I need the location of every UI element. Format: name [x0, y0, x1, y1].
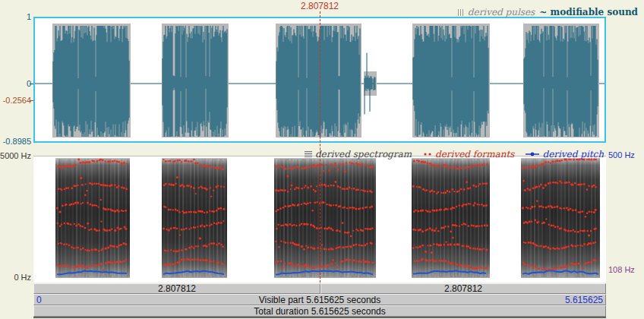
visible-end-time: 5.615625 [565, 295, 603, 305]
pitch-top-label: 500 Hz [608, 150, 635, 160]
amplitude-min-label: -0.8985 [0, 137, 31, 146]
total-duration-label: Total duration 5.615625 seconds [254, 306, 385, 317]
amplitude-cursor-label: -0.2564 [0, 96, 31, 105]
pulses-icon [458, 9, 463, 16]
modifiable-sound-label: ~ modifiable sound [539, 7, 638, 17]
pitch-value-label: 108 Hz [608, 265, 635, 274]
visible-start-time: 0 [36, 295, 42, 305]
spectrogram-icon [305, 151, 312, 158]
derived-pitch-label: derived pitch [542, 149, 604, 160]
derived-formants-label: derived formants [435, 149, 514, 160]
spectrogram-top-freq-label: 5000 Hz [0, 151, 31, 160]
visible-part-label: Visible part 5.615625 seconds [259, 295, 381, 305]
waveform-legend: derived pulses ~ modifiable sound [458, 7, 638, 17]
play-right-time: 2.807812 [444, 283, 482, 294]
derived-pulses-label: derived pulses [468, 7, 535, 17]
total-duration-bar[interactable]: Total duration 5.615625 seconds [33, 305, 606, 317]
amplitude-zero-label: 0 [0, 79, 31, 88]
spectrogram-legend: derived spectrogram derived formants der… [305, 149, 604, 160]
spectrogram-bottom-freq-label: 0 Hz [0, 273, 31, 282]
play-left-time: 2.807812 [158, 283, 196, 294]
visible-part-bar[interactable]: 0 Visible part 5.615625 seconds 5.615625 [33, 294, 606, 305]
play-right-selection-button[interactable]: 2.807812 [320, 283, 606, 294]
formants-icon [423, 152, 432, 156]
pitch-icon [526, 151, 539, 157]
derived-spectrogram-label: derived spectrogram [315, 149, 412, 160]
amplitude-max-label: 1 [0, 12, 31, 21]
cursor-time-label: 2.807812 [301, 1, 339, 11]
play-left-selection-button[interactable]: 2.807812 [33, 283, 320, 294]
window-bottom-edge [33, 317, 606, 318]
praat-sound-editor-window: 2.807812 derived pulses ~ modifiable sou… [0, 0, 644, 319]
cursor-line[interactable] [320, 11, 320, 283]
